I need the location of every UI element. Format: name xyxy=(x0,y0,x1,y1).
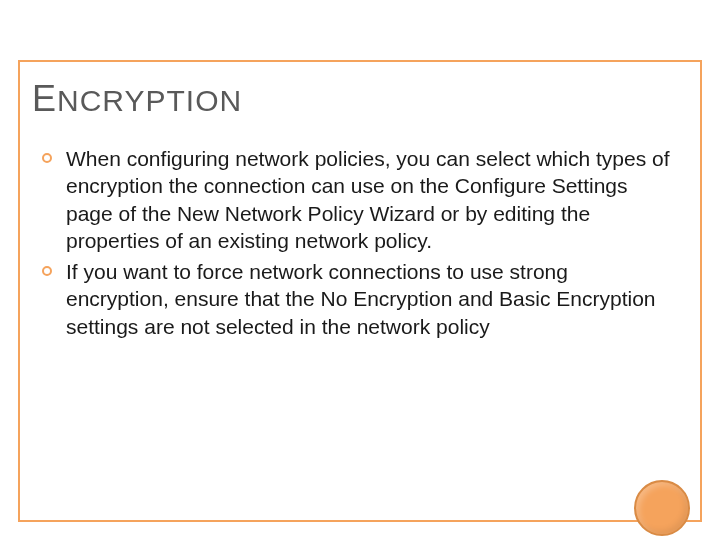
bullet-text: When configuring network policies, you c… xyxy=(66,145,670,254)
list-item: If you want to force network connections… xyxy=(42,258,670,340)
bullet-icon xyxy=(42,266,52,276)
decorative-circle-icon xyxy=(634,480,690,536)
bullet-text: If you want to force network connections… xyxy=(66,258,670,340)
slide-title: ENCRYPTION xyxy=(32,78,242,120)
slide: ENCRYPTION When configuring network poli… xyxy=(0,0,720,540)
list-item: When configuring network policies, you c… xyxy=(42,145,670,254)
title-first-letter: E xyxy=(32,78,57,119)
title-rest: NCRYPTION xyxy=(57,84,242,117)
slide-content: When configuring network policies, you c… xyxy=(42,145,670,344)
bullet-icon xyxy=(42,153,52,163)
